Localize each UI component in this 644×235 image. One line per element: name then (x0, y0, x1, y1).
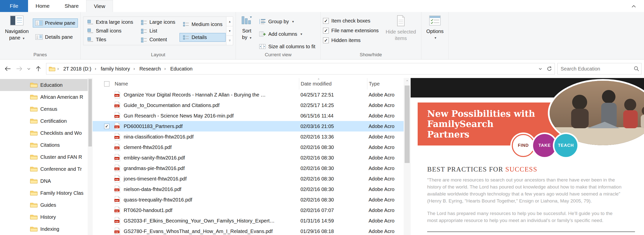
file-row[interactable]: ✓ PDF clement-fhtw2016.pdf 02/02/16 08:3… (93, 142, 404, 152)
pdf-file-icon: PDF (114, 112, 121, 120)
hide-selected-items-button[interactable]: Hide selected items (383, 13, 418, 42)
file-row[interactable]: ✓ PDF Gun Research - Science News May 20… (93, 110, 404, 121)
breadcrumb-item[interactable]: family history › (99, 65, 137, 73)
file-row[interactable]: ✓ PDF GS2780-F_Evans_WhosThat_and_How_Am… (93, 226, 404, 235)
ribbon-group-show-hide: ✓ Item check boxes ✓ File name extension… (320, 12, 421, 59)
tab-share[interactable]: Share (57, 0, 86, 12)
layout-option[interactable]: Content (137, 35, 179, 44)
breadcrumb-item[interactable]: Education › (168, 65, 195, 73)
breadcrumb: 2T 2018 (D:) › family history › Research… (61, 65, 195, 73)
arrow-up-icon (36, 66, 41, 72)
sidebar-folder-item[interactable]: Family History Clas (0, 187, 88, 199)
sidebar-folder-item[interactable]: History (0, 211, 88, 223)
select-all-checkbox[interactable] (104, 81, 109, 86)
file-row[interactable]: ✓ PDF Organize Your Digital Records - Ha… (93, 90, 404, 100)
column-header-date-modified[interactable]: ⌃ Date modified (299, 78, 367, 90)
gallery-scroll-down-button[interactable]: ▾ (226, 26, 233, 36)
sort-by-button[interactable]: Sort by ▾ (238, 13, 255, 42)
sidebar-folder-item[interactable]: Indexing (0, 223, 88, 235)
file-row[interactable]: ✓ PDF RT0620-handout1.pdf 02/02/16 07:07… (93, 205, 404, 216)
file-row[interactable]: ✓ PDF nina-classification-fhtw2016.pdf 0… (93, 132, 404, 142)
tab-home[interactable]: Home (28, 0, 57, 12)
tab-view[interactable]: View (86, 0, 113, 12)
sidebar-folder-label: Citations (40, 142, 60, 148)
details-pane-button[interactable]: Details pane (33, 32, 78, 42)
search-icon[interactable] (634, 66, 639, 72)
sidebar-folder-item[interactable]: Education (0, 79, 88, 91)
show-hide-checkbox-row[interactable]: ✓ Hidden items (323, 38, 379, 43)
up-button[interactable] (33, 64, 44, 74)
select-all-checkbox-cell[interactable] (104, 78, 114, 90)
checkbox[interactable]: ✓ (323, 18, 329, 24)
gallery-more-button[interactable]: ▿ (226, 36, 233, 45)
layout-option[interactable]: Large icons (137, 18, 179, 26)
preview-pane-button[interactable]: Preview pane (33, 18, 78, 28)
layout-option[interactable]: Extra large icons (84, 18, 136, 26)
file-row[interactable]: ✓ PDF embley-sanity-fhtw2016.pdf 02/02/1… (93, 152, 404, 163)
sidebar-folder-item[interactable]: Certification (0, 115, 88, 127)
sidebar-folder-item[interactable]: Cluster and FAN R (0, 151, 88, 163)
checkbox[interactable]: ✓ (323, 28, 329, 34)
checkbox[interactable]: ✓ (323, 38, 329, 43)
dropdown-arrow-icon: ▾ (300, 32, 302, 36)
recent-locations-button[interactable] (26, 64, 32, 74)
options-button[interactable]: Options ▾ (424, 13, 446, 42)
file-row[interactable]: ✓ PDF grandmas-pie-fhtw2016.pdf 02/02/16… (93, 163, 404, 174)
layout-option[interactable]: Details (180, 33, 226, 42)
sidebar-folder-item[interactable]: DNA (0, 175, 88, 187)
layout-option[interactable]: List (137, 26, 179, 35)
layout-option[interactable]: Tiles (84, 35, 136, 44)
file-list-scrollbar[interactable]: ⌃ (404, 78, 411, 235)
file-row[interactable]: ✓ PDF nielson-data-fhtw2016.pdf 02/02/16… (93, 184, 404, 194)
sidebar-folder-item[interactable]: Census (0, 103, 88, 115)
scrollbar-thumb[interactable] (88, 79, 92, 146)
sidebar-folder-item[interactable]: Guides (0, 199, 88, 211)
address-dropdown-icon[interactable] (539, 68, 542, 70)
sidebar-folder-item[interactable]: Checklists and Wo (0, 127, 88, 139)
group-by-button[interactable]: Group by ▾ (256, 17, 318, 26)
file-checkbox[interactable]: ✓ (104, 124, 109, 129)
breadcrumb-item[interactable]: Research › (137, 65, 168, 73)
file-row[interactable]: ✓ PDF GS2033-F_Elkins_Becoming_Your_Own_… (93, 216, 404, 226)
sidebar-folder-item[interactable]: African American R (0, 91, 88, 103)
gallery-scroll-up-button[interactable]: ▴ (226, 17, 233, 26)
show-hide-checkbox-row[interactable]: ✓ File name extensions (323, 28, 379, 34)
tab-file[interactable]: File (0, 0, 28, 12)
group-by-icon (259, 18, 266, 24)
show-hide-checkbox-row[interactable]: ✓ Item check boxes (323, 18, 379, 24)
svg-text:PDF: PDF (115, 105, 119, 107)
refresh-icon[interactable] (547, 66, 552, 72)
collapse-ribbon-button[interactable] (630, 3, 637, 10)
size-all-columns-button[interactable]: Size all columns to fit (256, 42, 318, 51)
forward-button[interactable] (14, 64, 25, 74)
back-button[interactable] (3, 64, 13, 74)
sidebar-folder-label: Cluster and FAN R (40, 154, 82, 160)
address-box[interactable]: › 2T 2018 (D:) › family history › Resear… (46, 63, 555, 74)
file-row[interactable]: ✓ PDF PD60001183_Partners.pdf 02/03/16 2… (93, 121, 404, 132)
file-row[interactable]: ✓ PDF quass-treequality-fhtw2016.pdf 02/… (93, 194, 404, 205)
sidebar-folder-label: Indexing (40, 226, 59, 232)
layout-option[interactable]: Medium icons (180, 20, 226, 29)
scroll-up-button[interactable]: ⌃ (404, 78, 411, 85)
panes-group-label: Panes (3, 52, 78, 59)
sort-by-label-2: by (242, 34, 247, 40)
add-columns-button[interactable]: Add columns ▾ (256, 30, 318, 38)
sidebar-folder-label: Checklists and Wo (40, 130, 82, 136)
file-row[interactable]: ✓ PDF Guide_to_Documentation and Citatio… (93, 100, 404, 110)
sidebar-folder-item[interactable]: Citations (0, 139, 88, 151)
navigation-pane-scrollbar[interactable] (88, 78, 93, 235)
column-header-name[interactable]: Name (114, 78, 299, 90)
layout-option[interactable]: Small icons (84, 26, 136, 35)
file-checkbox-cell: ✓ (104, 134, 114, 140)
pdf-file-icon: PDF (114, 122, 121, 130)
search-input[interactable] (561, 66, 634, 72)
column-header-type[interactable]: Type (367, 78, 404, 90)
sidebar-folder-item[interactable]: Conference and Tr (0, 163, 88, 175)
breadcrumb-item[interactable]: 2T 2018 (D:) › (61, 65, 99, 73)
column-header-name-label: Name (115, 81, 128, 87)
navigation-pane-button[interactable]: Navigation pane ▾ (3, 13, 31, 42)
file-row[interactable]: ✓ PDF jones-timesent-fhtw2016.pdf 02/02/… (93, 174, 404, 184)
scrollbar-thumb[interactable] (405, 86, 410, 163)
file-name: jones-timesent-fhtw2016.pdf (124, 176, 299, 182)
search-box[interactable] (557, 63, 641, 74)
